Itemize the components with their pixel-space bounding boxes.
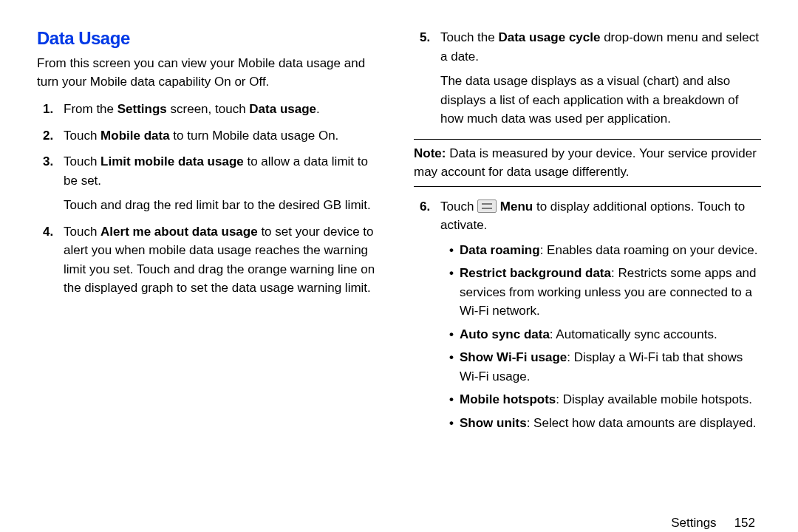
- list-item: Mobile hotspots: Display available mobil…: [449, 390, 761, 409]
- bullet-term: Auto sync data: [460, 327, 550, 341]
- step-4: Touch Alert me about data usage to set y…: [64, 222, 384, 298]
- step-text: Touch: [64, 129, 100, 143]
- step-bold: Alert me about data usage: [100, 225, 258, 239]
- note-text: Data is measured by your device. Your se…: [414, 146, 757, 180]
- left-column: Data Usage From this screen you can view…: [37, 28, 384, 501]
- footer-section: Settings: [671, 516, 716, 530]
- step-2: Touch Mobile data to turn Mobile data us…: [64, 126, 384, 146]
- bullet-term: Mobile hotspots: [460, 392, 556, 406]
- step-text: Touch: [64, 225, 100, 239]
- note-label: Note:: [414, 146, 446, 160]
- step-text: Touch: [64, 154, 100, 168]
- step-6: Touch Menu to display additional options…: [440, 197, 761, 433]
- step-1: From the Settings screen, touch Data usa…: [64, 100, 384, 119]
- bullet-term: Data roaming: [460, 243, 540, 257]
- footer-page-number: 152: [734, 516, 755, 530]
- step-text: Touch: [440, 200, 477, 214]
- list-item: Restrict background data: Restricts some…: [449, 264, 761, 321]
- step-bold: Mobile data: [100, 129, 170, 143]
- steps-list-right: Touch the Data usage cycle drop-down men…: [414, 28, 761, 129]
- list-item: Show Wi-Fi usage: Display a Wi-Fi tab th…: [449, 348, 761, 386]
- bullet-term: Show Wi-Fi usage: [460, 350, 567, 364]
- step-text: .: [316, 102, 320, 116]
- step-bold: Limit mobile data usage: [100, 154, 244, 168]
- bullet-term: Show units: [460, 416, 527, 430]
- page-content: Data Usage From this screen you can view…: [0, 0, 798, 516]
- page-footer: Settings152: [0, 516, 798, 532]
- bullet-desc: : Enables data roaming on your device.: [540, 243, 758, 257]
- right-column: Touch the Data usage cycle drop-down men…: [414, 28, 761, 501]
- step-bold: Menu: [500, 200, 533, 214]
- step-text: From the: [64, 102, 117, 116]
- note-block: Note: Data is measured by your device. Y…: [414, 139, 761, 187]
- step-text: to turn Mobile data usage On.: [170, 129, 339, 143]
- steps-list-right-2: Touch Menu to display additional options…: [414, 197, 761, 433]
- step-bold: Data usage: [249, 102, 316, 116]
- list-item: Show units: Select how data amounts are …: [449, 414, 761, 433]
- step-3: Touch Limit mobile data usage to allow a…: [64, 152, 384, 215]
- bullet-term: Restrict background data: [460, 266, 611, 280]
- step-followup: Touch and drag the red limit bar to the …: [64, 196, 384, 215]
- step-text: Touch the: [440, 30, 498, 44]
- menu-icon: [477, 200, 497, 213]
- bullet-desc: : Display available mobile hotspots.: [556, 392, 752, 406]
- step-text: screen, touch: [167, 102, 250, 116]
- menu-options-list: Data roaming: Enables data roaming on yo…: [440, 241, 761, 433]
- step-followup: The data usage displays as a visual (cha…: [440, 72, 761, 129]
- list-item: Auto sync data: Automatically sync accou…: [449, 325, 761, 344]
- step-bold: Settings: [117, 102, 167, 116]
- intro-paragraph: From this screen you can view your Mobil…: [37, 55, 384, 91]
- steps-list-left: From the Settings screen, touch Data usa…: [37, 100, 384, 298]
- section-heading: Data Usage: [37, 28, 384, 49]
- list-item: Data roaming: Enables data roaming on yo…: [449, 241, 761, 260]
- step-5: Touch the Data usage cycle drop-down men…: [440, 28, 761, 129]
- step-bold: Data usage cycle: [498, 30, 600, 44]
- bullet-desc: : Automatically sync accounts.: [550, 327, 717, 341]
- bullet-desc: : Select how data amounts are displayed.: [527, 416, 757, 430]
